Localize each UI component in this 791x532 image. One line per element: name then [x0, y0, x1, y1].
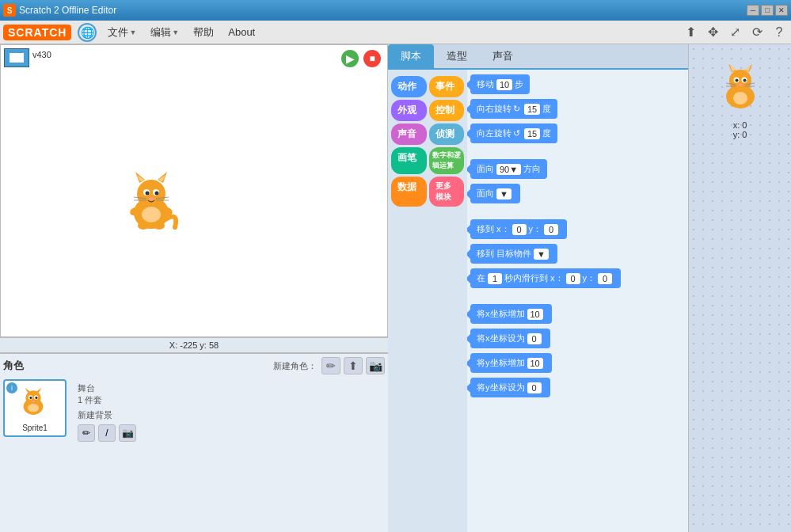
bg-folder-button[interactable]: / — [98, 424, 116, 442]
svg-point-19 — [154, 222, 165, 230]
category-looks[interactable]: 外观 — [391, 100, 427, 121]
svg-point-10 — [149, 197, 154, 200]
file-menu[interactable]: 文件▼ — [101, 22, 143, 43]
title-bar: S Scratch 2 Offline Editor ─ □ ✕ — [0, 0, 791, 21]
svg-point-27 — [35, 397, 37, 399]
stage-thumbnail[interactable] — [4, 48, 29, 67]
svg-point-18 — [138, 222, 149, 230]
blocks-panel: 动作 事件 外观 控制 声音 侦测 画笔 数字和逻辑运算 数据 更多模块 移动 … — [388, 70, 688, 532]
toolbar-icons: ⬆ ✥ ⤢ ⟳ ? — [682, 24, 788, 41]
blocks-list: 移动 10 步 向右旋转 ↻ 15 度 向左旋转 ↺ 15 度 面向 90▼ 方… — [467, 70, 688, 532]
language-globe-icon[interactable]: 🌐 — [78, 23, 97, 42]
upload-icon[interactable]: ⬆ — [682, 24, 699, 41]
categories-panel: 动作 事件 外观 控制 声音 侦测 画笔 数字和逻辑运算 数据 更多模块 — [388, 70, 467, 532]
block-set-y[interactable]: 将y坐标设为 0 — [470, 378, 550, 397]
sprite-name-label: Sprite1 — [8, 424, 62, 432]
move-icon[interactable]: ✥ — [704, 24, 721, 41]
svg-point-31 — [729, 70, 751, 92]
stage-area: v430 ▶ ■ — [0, 44, 388, 532]
window-title: Scratch 2 Offline Editor — [19, 5, 116, 16]
bg-camera-button[interactable]: 📷 — [119, 424, 136, 442]
tab-sounds[interactable]: 声音 — [480, 44, 526, 68]
category-data[interactable]: 数据 — [391, 177, 427, 207]
stage-version-label: v430 — [32, 50, 51, 59]
rotate-icon[interactable]: ⟳ — [748, 24, 766, 41]
sprites-panel-label: 角色 — [3, 359, 24, 373]
close-button[interactable]: ✕ — [775, 5, 788, 16]
svg-point-40 — [738, 83, 742, 86]
svg-marker-22 — [25, 388, 30, 393]
stop-button[interactable]: ■ — [363, 50, 381, 67]
bg-controls: ✏ / 📷 — [78, 424, 136, 442]
block-change-y[interactable]: 将y坐标增加 10 — [470, 353, 552, 373]
scratch-logo: SCRATCH — [3, 25, 71, 40]
resize-icon[interactable]: ⤢ — [726, 24, 743, 41]
tabs: 脚本 造型 声音 — [388, 44, 688, 70]
category-control[interactable]: 控制 — [429, 100, 465, 121]
bg-label: 新建背景 — [78, 409, 136, 421]
category-pen[interactable]: 画笔 — [391, 147, 427, 174]
sprite-xy-display: x: 0 y: 0 — [733, 120, 747, 139]
svg-point-41 — [733, 92, 747, 104]
stage-controls: ▶ ■ — [341, 50, 381, 67]
svg-point-28 — [32, 401, 35, 403]
maximize-button[interactable]: □ — [761, 5, 774, 16]
new-sprite-icons: ✏ ⬆ 📷 — [321, 357, 385, 374]
sprite-display-panel: x: 0 y: 0 — [688, 44, 791, 532]
svg-point-15 — [142, 207, 161, 222]
sprite-y-coord: y: 0 — [733, 130, 747, 139]
stage-section: 舞台 1 件套 新建背景 ✏ / 📷 — [74, 379, 139, 445]
tab-scripts[interactable]: 脚本 — [388, 44, 434, 68]
svg-point-26 — [29, 397, 32, 399]
tab-costumes[interactable]: 造型 — [434, 44, 480, 68]
stage: v430 ▶ ■ — [0, 44, 388, 337]
bg-paint-button[interactable]: ✏ — [78, 424, 95, 442]
category-events[interactable]: 事件 — [429, 76, 465, 97]
block-point-direction[interactable]: 面向 90▼ 方向 — [470, 159, 547, 179]
app-icon: S — [3, 4, 16, 17]
svg-marker-23 — [36, 388, 42, 393]
new-sprite-label: 新建角色： — [273, 360, 317, 372]
sprite-info-icon[interactable]: i — [6, 382, 17, 393]
paint-sprite-button[interactable]: ✏ — [321, 357, 340, 374]
svg-point-8 — [146, 192, 150, 196]
coordinates-bar: X: -225 y: 58 — [0, 337, 388, 352]
category-sound[interactable]: 声音 — [391, 124, 427, 145]
help-icon[interactable]: ? — [770, 24, 788, 41]
help-menu[interactable]: 帮助 — [187, 22, 220, 43]
block-change-x[interactable]: 将x坐标增加 10 — [470, 304, 552, 324]
stage-section-label: 舞台 1 件套 — [78, 382, 136, 406]
block-goto-xy[interactable]: 移到 x：0 y：0 — [470, 219, 567, 239]
camera-sprite-button[interactable]: 📷 — [366, 357, 385, 374]
block-set-x[interactable]: 将x坐标设为 0 — [470, 329, 550, 348]
category-more[interactable]: 更多模块 — [429, 177, 465, 207]
svg-point-21 — [25, 390, 40, 405]
svg-point-29 — [28, 404, 39, 412]
window-controls: ─ □ ✕ — [747, 5, 788, 16]
list-item[interactable]: i — [3, 379, 67, 437]
upload-sprite-button[interactable]: ⬆ — [344, 357, 363, 374]
sprites-panel: 角色 新建角色： ✏ ⬆ 📷 i — [0, 352, 388, 532]
block-move[interactable]: 移动 10 步 — [470, 74, 530, 94]
category-operators[interactable]: 数字和逻辑运算 — [429, 147, 465, 174]
scripts-area: 脚本 造型 声音 动作 事件 外观 控制 声音 侦测 画笔 数字和逻辑运算 数据… — [388, 44, 688, 532]
svg-point-1 — [137, 180, 165, 208]
edit-menu[interactable]: 编辑▼ — [144, 22, 185, 43]
svg-point-39 — [743, 79, 746, 82]
block-point-toward[interactable]: 面向▼ — [470, 184, 520, 203]
sprite-display-cat — [709, 59, 772, 114]
green-flag-button[interactable]: ▶ — [341, 50, 359, 67]
about-menu[interactable]: About — [222, 23, 261, 41]
block-glide[interactable]: 在 1 秒内滑行到 x：0 y：0 — [470, 268, 621, 288]
category-motion[interactable]: 动作 — [391, 76, 427, 97]
block-goto-target[interactable]: 移到 目标物件▼ — [470, 244, 557, 264]
categories-grid: 动作 事件 外观 控制 声音 侦测 画笔 数字和逻辑运算 数据 更多模块 — [390, 73, 466, 210]
cat-sprite — [112, 164, 191, 243]
minimize-button[interactable]: ─ — [747, 5, 759, 16]
menu-bar: SCRATCH 🌐 文件▼ 编辑▼ 帮助 About ⬆ ✥ ⤢ ⟳ ? — [0, 21, 791, 44]
block-turn-left[interactable]: 向左旋转 ↺ 15 度 — [470, 124, 557, 143]
category-sensing[interactable]: 侦测 — [429, 124, 465, 145]
svg-point-9 — [155, 192, 159, 196]
block-turn-right[interactable]: 向右旋转 ↻ 15 度 — [470, 99, 557, 119]
sprites-header: 角色 新建角色： ✏ ⬆ 📷 — [3, 357, 385, 374]
